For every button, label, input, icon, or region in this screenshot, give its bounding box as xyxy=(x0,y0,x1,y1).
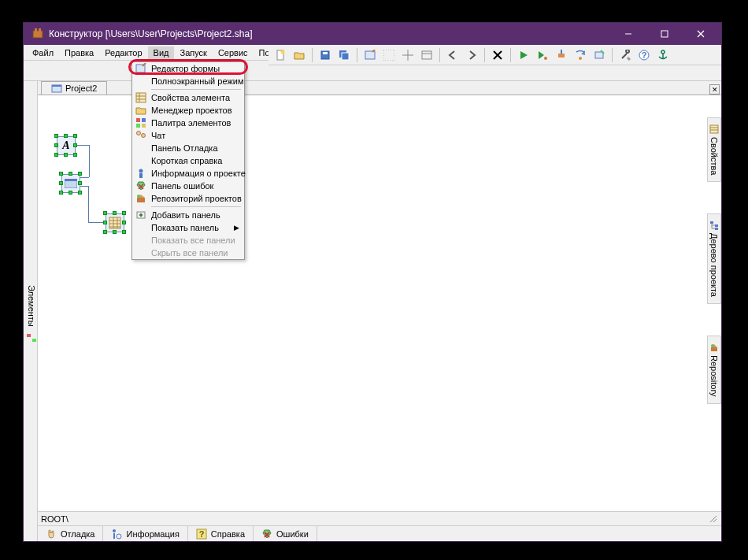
bottom-tab-help-label: Справка xyxy=(211,529,245,539)
elements-icon xyxy=(26,332,37,343)
menu-editor[interactable]: Редактор xyxy=(99,46,147,59)
titlebar: Конструктор [\Users\User\Projects\Projec… xyxy=(24,23,721,45)
menu-run[interactable]: Запуск xyxy=(174,46,212,59)
align-button[interactable] xyxy=(399,46,417,64)
project-tab[interactable]: Project2 xyxy=(41,81,107,95)
menu-service[interactable]: Сервис xyxy=(213,46,254,59)
menu-project-manager[interactable]: Менеджер проектов xyxy=(132,104,244,117)
right-tab-repository[interactable]: Repository xyxy=(707,336,721,404)
repo-icon xyxy=(135,192,147,205)
menu-chat-label: Чат xyxy=(151,131,165,140)
run-alt-button[interactable] xyxy=(534,46,551,64)
menu-error-panel-label: Панель ошибок xyxy=(151,181,213,191)
bottom-tab-info[interactable]: Информация xyxy=(103,526,187,541)
menu-palette[interactable]: Палитра элементов xyxy=(132,117,244,129)
svg-rect-72 xyxy=(142,124,146,128)
maximize-button[interactable] xyxy=(646,23,682,45)
new-button[interactable] xyxy=(272,46,289,64)
svg-point-29 xyxy=(661,50,665,54)
menu-file[interactable]: Файл xyxy=(27,46,59,59)
menu-debug-panel[interactable]: Панель Отладка xyxy=(132,142,244,154)
right-tab-properties[interactable]: Свойства xyxy=(707,117,721,182)
svg-rect-56 xyxy=(715,224,718,227)
svg-rect-70 xyxy=(142,118,146,122)
save-button[interactable] xyxy=(317,46,334,64)
menu-repository-projects-label: Репозиторий проектов xyxy=(151,194,242,203)
menu-add-panel[interactable]: Добавить панель xyxy=(132,209,244,221)
step-over-button[interactable] xyxy=(591,46,608,64)
menu-form-editor-label: Редактор формы xyxy=(151,64,220,73)
step-button[interactable] xyxy=(553,46,570,64)
menu-chat[interactable]: Чат xyxy=(132,129,244,142)
menu-show-panel[interactable]: Показать панель ▶ xyxy=(132,221,244,234)
menu-element-properties[interactable]: Свойства элемента xyxy=(132,91,244,104)
form-editor-button[interactable] xyxy=(361,46,379,64)
right-tab-tree[interactable]: Дерево проекта xyxy=(707,213,721,304)
delete-button[interactable] xyxy=(489,46,506,64)
back-button[interactable] xyxy=(444,46,461,64)
svg-rect-13 xyxy=(365,51,375,59)
minimize-button[interactable] xyxy=(610,23,646,45)
svg-rect-46 xyxy=(113,533,115,539)
properties-grid-icon xyxy=(135,91,147,104)
menu-error-panel[interactable]: Панель ошибок xyxy=(132,180,244,192)
run-button[interactable] xyxy=(515,46,532,64)
menu-form-editor[interactable]: Редактор формы xyxy=(132,62,244,75)
svg-rect-31 xyxy=(27,334,31,337)
tools-button[interactable] xyxy=(617,46,634,64)
svg-rect-57 xyxy=(715,228,718,230)
svg-rect-52 xyxy=(710,125,718,133)
svg-text:?: ? xyxy=(642,50,647,60)
properties-icon xyxy=(709,124,719,134)
help-button[interactable]: ? xyxy=(635,46,653,64)
svg-rect-0 xyxy=(33,31,43,38)
step-into-button[interactable] xyxy=(572,46,589,64)
menu-show-panel-label: Показать панель xyxy=(151,223,219,232)
menu-view[interactable]: Вид xyxy=(148,46,175,59)
menu-short-help[interactable]: Короткая справка xyxy=(132,154,244,167)
tab-close-button[interactable]: ✕ xyxy=(709,84,720,95)
menu-repository-projects[interactable]: Репозиторий проектов xyxy=(132,192,244,205)
app-icon xyxy=(31,28,44,40)
svg-rect-65 xyxy=(136,93,146,102)
save-all-button[interactable] xyxy=(335,46,353,64)
project-icon xyxy=(51,83,62,94)
menu-palette-label: Палитра элементов xyxy=(151,118,231,128)
menu-hide-all-panels: Скрыть все панели xyxy=(132,247,244,259)
bottom-tab-errors-label: Ошибки xyxy=(276,529,309,539)
svg-line-44 xyxy=(713,519,717,522)
left-panel-tab[interactable]: Элементы xyxy=(24,81,38,541)
bottom-tab-help[interactable]: ? Справка xyxy=(188,526,254,541)
window-button[interactable] xyxy=(418,46,435,64)
svg-line-26 xyxy=(628,57,630,60)
window-title: Конструктор [\Users\User\Projects\Projec… xyxy=(49,28,610,39)
menu-project-info[interactable]: Информация о проекте xyxy=(132,167,244,180)
svg-point-8 xyxy=(281,50,285,54)
menu-fullscreen[interactable]: Полноэкранный режим xyxy=(132,75,244,87)
svg-point-62 xyxy=(711,344,714,347)
svg-text:?: ? xyxy=(198,529,204,539)
project-tab-label: Project2 xyxy=(65,83,97,93)
menu-fullscreen-label: Полноэкранный режим xyxy=(151,76,244,86)
bottom-tab-debug[interactable]: Отладка xyxy=(38,526,103,541)
bottom-tab-errors[interactable]: Ошибки xyxy=(254,526,317,541)
bottom-tabs: Отладка Информация ? Справка Ошибки xyxy=(38,525,721,541)
status-path: ROOT\ xyxy=(41,514,69,524)
close-button[interactable] xyxy=(683,23,718,45)
anchor-button[interactable] xyxy=(654,46,672,64)
info-icon xyxy=(111,528,122,540)
grid-button[interactable] xyxy=(380,46,398,64)
svg-point-80 xyxy=(137,195,140,198)
svg-rect-79 xyxy=(137,198,145,202)
menu-edit[interactable]: Правка xyxy=(59,46,99,59)
svg-point-24 xyxy=(579,57,582,60)
svg-rect-23 xyxy=(558,54,565,57)
open-button[interactable] xyxy=(291,46,308,64)
error-icon xyxy=(261,528,272,540)
forward-button[interactable] xyxy=(463,46,480,64)
bottom-tab-info-label: Информация xyxy=(126,529,179,539)
hand-icon xyxy=(46,528,57,540)
menu-short-help-label: Короткая справка xyxy=(151,156,222,165)
right-tabs: Свойства Дерево проекта Repository xyxy=(707,117,721,404)
error-panel-icon xyxy=(135,180,147,192)
